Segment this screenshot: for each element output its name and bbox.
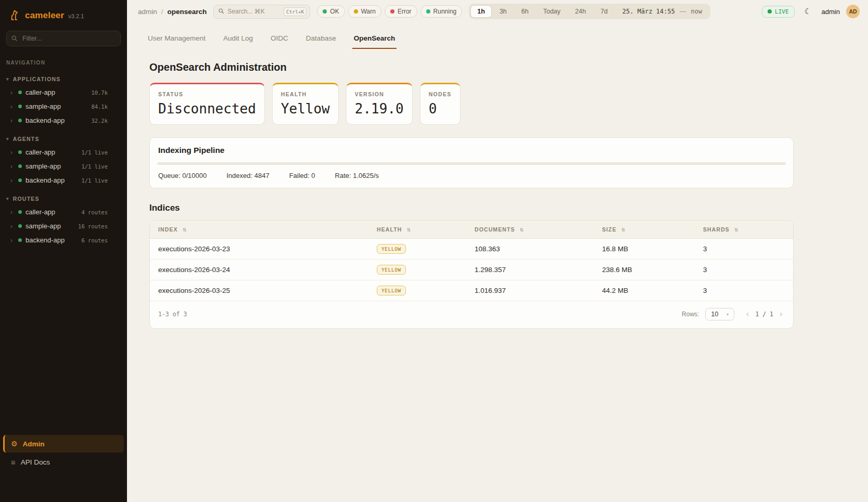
item-badge: 32.2k: [91, 118, 108, 124]
rows-per-page-select[interactable]: 10 ▾: [705, 308, 734, 320]
sidebar-item-routes-caller-app[interactable]: › caller-app 4 routes: [0, 205, 127, 219]
next-page-button[interactable]: ›: [777, 310, 785, 319]
tab-opensearch[interactable]: OpenSearch: [352, 30, 397, 49]
sidebar-item-agents-backend-app[interactable]: › backend-app 1/1 live: [0, 173, 127, 187]
table-row[interactable]: executions-2026-03-24 YELLOW 1.298.357 2…: [150, 260, 793, 280]
status-filters: OK Warn Error Running: [317, 5, 462, 18]
item-label: backend-app: [25, 176, 65, 184]
status-dot: [18, 178, 22, 182]
status-dot: [18, 150, 22, 154]
caret-down-icon: ▾: [6, 136, 9, 141]
sidebar-item-agents-sample-app[interactable]: › sample-app 1/1 live: [0, 159, 127, 173]
item-badge: 10.7k: [91, 89, 108, 96]
status-dot: [18, 210, 22, 214]
cell-size: 16.8 MB: [594, 239, 695, 260]
cell-index: executions-2026-03-25: [150, 280, 368, 301]
sidebar-item-api-docs[interactable]: ≡ API Docs: [3, 453, 124, 472]
column-header-documents[interactable]: DOCUMENTS ⇅: [466, 221, 594, 239]
sidebar-item-routes-backend-app[interactable]: › backend-app 6 routes: [0, 233, 127, 247]
sidebar-item-agents-caller-app[interactable]: › caller-app 1/1 live: [0, 145, 127, 159]
tab-user-management[interactable]: User Management: [146, 30, 207, 49]
sidebar-filter: [6, 31, 121, 46]
global-search-input[interactable]: [227, 8, 280, 15]
topbar: admin / opensearch Ctrl+K OK Warn: [127, 0, 868, 23]
tab-audit-log[interactable]: Audit Log: [222, 30, 254, 49]
sidebar-item-admin[interactable]: ⚙ Admin: [3, 435, 124, 453]
chevron-right-icon: ›: [10, 163, 15, 170]
sidebar-item-applications-backend-app[interactable]: › backend-app 32.2k: [0, 113, 127, 127]
live-dot-icon: [768, 9, 772, 14]
row-range: 1-3 of 3: [158, 311, 187, 318]
page-title: OpenSearch Administration: [149, 61, 794, 73]
time-range-display[interactable]: 25. März 14:55 — now: [616, 8, 709, 15]
breadcrumb: admin / opensearch: [138, 8, 207, 16]
sort-icon: ⇅: [183, 227, 187, 233]
health-badge: YELLOW: [377, 286, 406, 295]
time-range-1h[interactable]: 1h: [470, 5, 492, 18]
stat-label: NODES: [429, 91, 452, 97]
table-row[interactable]: executions-2026-03-23 YELLOW 108.363 16.…: [150, 239, 793, 260]
tab-database[interactable]: Database: [304, 30, 338, 49]
cameleer-logo-icon: [7, 8, 21, 23]
filter-ok[interactable]: OK: [317, 5, 344, 18]
filter-label: OK: [330, 8, 339, 15]
time-range-7d[interactable]: 7d: [594, 5, 615, 18]
page-indicator: 1 / 1: [755, 311, 773, 318]
item-badge: 84.1k: [91, 104, 108, 110]
main-column: admin / opensearch Ctrl+K OK Warn: [127, 0, 868, 502]
section-label: APPLICATIONS: [13, 76, 61, 82]
section-applications: ▾ APPLICATIONS › caller-app 10.7k › samp…: [0, 74, 127, 127]
column-header-shards[interactable]: SHARDS ⇅: [695, 221, 793, 239]
column-header-health[interactable]: HEALTH ⇅: [368, 221, 466, 239]
app-logo[interactable]: cameleer v3.2.1: [0, 0, 127, 29]
status-dot: [18, 224, 22, 228]
sidebar-item-applications-sample-app[interactable]: › sample-app 84.1k: [0, 99, 127, 113]
column-header-size[interactable]: SIZE ⇅: [594, 221, 695, 239]
breadcrumb-parent[interactable]: admin: [138, 8, 157, 16]
global-search[interactable]: Ctrl+K: [213, 5, 310, 19]
time-range-24h[interactable]: 24h: [568, 5, 593, 18]
cell-shards: 3: [695, 260, 793, 280]
stat-value: Yellow: [281, 101, 330, 117]
time-range-3h[interactable]: 3h: [493, 5, 514, 18]
sidebar-filter-input[interactable]: [6, 31, 121, 46]
indices-title: Indices: [149, 203, 794, 213]
indexing-pipeline-panel: Indexing Pipeline Queue: 0/10000 Indexed…: [149, 137, 794, 188]
topbar-right: LIVE ☾ admin AD: [762, 4, 860, 19]
sidebar-item-routes-sample-app[interactable]: › sample-app 16 routes: [0, 219, 127, 233]
stat-value: 0: [429, 101, 452, 117]
pipeline-queue: Queue: 0/10000: [158, 172, 207, 179]
chevron-right-icon: ›: [10, 209, 15, 216]
section-header-agents[interactable]: ▾ AGENTS: [0, 134, 127, 145]
tab-oidc[interactable]: OIDC: [269, 30, 290, 49]
avatar[interactable]: AD: [846, 5, 860, 18]
item-badge: 6 routes: [81, 237, 108, 243]
filter-running[interactable]: Running: [420, 5, 463, 18]
section-header-applications[interactable]: ▾ APPLICATIONS: [0, 74, 127, 85]
search-icon: [11, 34, 18, 44]
section-label: ROUTES: [13, 196, 40, 202]
filter-label: Running: [433, 8, 457, 15]
date-separator: —: [680, 8, 686, 15]
cell-health: YELLOW: [368, 280, 466, 301]
health-badge: YELLOW: [377, 244, 406, 254]
caret-down-icon: ▾: [6, 196, 9, 201]
cell-size: 44.2 MB: [594, 280, 695, 301]
live-toggle[interactable]: LIVE: [762, 6, 795, 18]
time-range-today[interactable]: Today: [537, 5, 567, 18]
sidebar-item-applications-caller-app[interactable]: › caller-app 10.7k: [0, 85, 127, 99]
item-badge: 16 routes: [78, 223, 108, 229]
filter-error[interactable]: Error: [385, 5, 417, 18]
pagination: ‹ 1 / 1 ›: [744, 310, 785, 319]
section-label: AGENTS: [13, 136, 40, 142]
stat-label: VERSION: [355, 91, 404, 97]
theme-toggle[interactable]: ☾: [801, 4, 815, 19]
prev-page-button[interactable]: ‹: [744, 310, 751, 319]
time-range-6h[interactable]: 6h: [515, 5, 535, 18]
section-header-routes[interactable]: ▾ ROUTES: [0, 194, 127, 205]
column-label: HEALTH: [377, 226, 402, 233]
table-row[interactable]: executions-2026-03-25 YELLOW 1.016.937 4…: [150, 280, 793, 301]
filter-warn[interactable]: Warn: [348, 5, 381, 18]
column-header-index[interactable]: INDEX ⇅: [150, 221, 368, 239]
ok-dot-icon: [323, 9, 327, 14]
